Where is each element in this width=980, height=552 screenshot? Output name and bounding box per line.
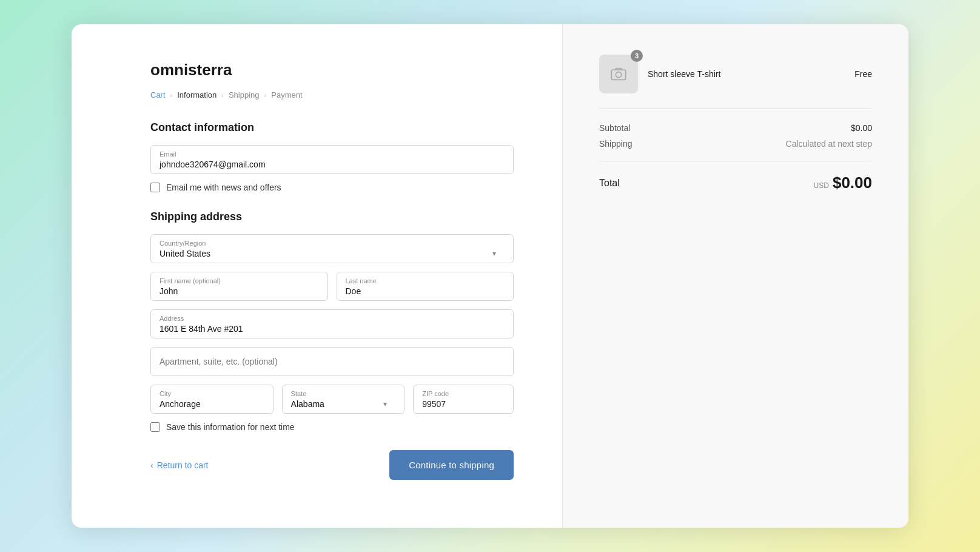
state-select-wrapper: Alabama ▾	[291, 399, 396, 409]
breadcrumb-sep-3: ›	[264, 92, 267, 99]
address-group: Address	[150, 309, 514, 338]
state-label: State	[291, 390, 396, 397]
product-image-wrap: 3	[599, 55, 638, 93]
address-input[interactable]	[159, 324, 505, 334]
product-name: Short sleeve T-shirt	[648, 69, 845, 79]
total-amount: $0.00	[833, 173, 872, 192]
address-label: Address	[159, 315, 505, 322]
svg-rect-0	[611, 70, 625, 79]
name-row: First name (optional) Last name	[150, 272, 514, 301]
subtotal-value: $0.00	[851, 123, 872, 133]
last-name-label: Last name	[346, 277, 505, 284]
breadcrumb-information: Information	[177, 90, 216, 99]
first-name-input[interactable]	[159, 286, 319, 296]
city-label: City	[159, 390, 264, 397]
last-name-input[interactable]	[346, 286, 505, 296]
zip-label: ZIP code	[422, 390, 505, 397]
return-to-cart-link[interactable]: ‹ Return to cart	[150, 460, 209, 470]
actions-row: ‹ Return to cart Continue to shipping	[150, 450, 514, 480]
brand-name: omnisterra	[150, 61, 514, 79]
newsletter-row: Email me with news and offers	[150, 183, 514, 192]
shipping-row: Shipping Calculated at next step	[599, 139, 872, 149]
email-group: Email	[150, 145, 514, 174]
left-panel: omnisterra Cart › Information › Shipping…	[72, 24, 563, 528]
apt-input-wrapper	[150, 347, 514, 376]
breadcrumb-shipping: Shipping	[229, 90, 260, 99]
email-label: Email	[159, 150, 505, 158]
breadcrumb-payment: Payment	[271, 90, 302, 99]
total-value-wrap: USD $0.00	[814, 173, 872, 192]
shipping-label: Shipping	[599, 139, 633, 149]
country-label: Country/Region	[159, 240, 505, 247]
breadcrumb: Cart › Information › Shipping › Payment	[150, 90, 514, 99]
city-input[interactable]	[159, 399, 264, 409]
order-item: 3 Short sleeve T-shirt Free	[599, 55, 872, 109]
country-group: Country/Region United States ▾	[150, 234, 514, 263]
address-input-wrapper: Address	[150, 309, 514, 338]
last-name-input-wrapper: Last name	[337, 272, 514, 301]
right-panel: 3 Short sleeve T-shirt Free Subtotal $0.…	[563, 24, 908, 528]
contact-section-title: Contact information	[150, 121, 514, 134]
breadcrumb-cart[interactable]: Cart	[150, 90, 166, 99]
shipping-value: Calculated at next step	[786, 139, 872, 149]
subtotal-label: Subtotal	[599, 123, 630, 133]
checkout-modal: omnisterra Cart › Information › Shipping…	[72, 24, 908, 528]
svg-point-1	[616, 72, 621, 78]
subtotal-row: Subtotal $0.00	[599, 123, 872, 133]
apt-group	[150, 347, 514, 376]
total-row: Total USD $0.00	[599, 161, 872, 192]
save-info-checkbox[interactable]	[150, 422, 160, 432]
email-input-wrapper: Email	[150, 145, 514, 174]
chevron-left-icon: ‹	[150, 460, 153, 470]
email-input[interactable]	[159, 160, 505, 169]
state-input-wrapper: State Alabama ▾	[282, 385, 405, 414]
save-info-row: Save this information for next time	[150, 422, 514, 432]
product-image	[599, 55, 638, 93]
first-name-input-wrapper: First name (optional)	[150, 272, 328, 301]
country-input-wrapper: Country/Region United States ▾	[150, 234, 514, 263]
total-currency: USD	[814, 181, 829, 190]
state-select[interactable]: Alabama	[291, 399, 396, 409]
city-input-wrapper: City	[150, 385, 274, 414]
country-select[interactable]: United States	[159, 249, 505, 258]
total-label: Total	[599, 178, 620, 189]
first-name-label: First name (optional)	[159, 277, 319, 284]
save-info-label: Save this information for next time	[166, 422, 295, 432]
newsletter-label: Email me with news and offers	[166, 183, 281, 192]
camera-icon	[610, 66, 627, 82]
zip-input-wrapper: ZIP code	[413, 385, 514, 414]
apt-input[interactable]	[159, 357, 505, 366]
breadcrumb-sep-2: ›	[221, 92, 224, 99]
zip-input[interactable]	[422, 399, 505, 409]
continue-to-shipping-button[interactable]: Continue to shipping	[389, 450, 514, 480]
breadcrumb-sep-1: ›	[170, 92, 173, 99]
country-select-wrapper: United States ▾	[159, 248, 505, 259]
newsletter-checkbox[interactable]	[150, 183, 160, 192]
product-badge: 3	[631, 50, 643, 62]
product-price: Free	[854, 69, 872, 79]
shipping-section-title: Shipping address	[150, 210, 514, 223]
city-state-zip-row: City State Alabama ▾ ZIP code	[150, 385, 514, 414]
return-to-cart-label: Return to cart	[157, 460, 209, 470]
